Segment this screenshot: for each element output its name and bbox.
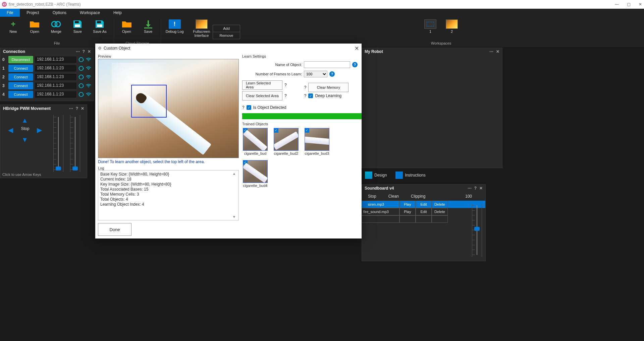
ribbon-saveas[interactable]: Save As — [90, 19, 109, 41]
arrow-left-icon[interactable]: ◀ — [6, 126, 14, 134]
ip-field[interactable]: 192.168.1.1:23 — [35, 73, 77, 81]
disconnect-button[interactable]: Disconnect — [8, 56, 33, 63]
panel-help-icon[interactable]: ? — [474, 186, 477, 191]
volume-slider[interactable] — [472, 203, 482, 257]
refresh-icon[interactable] — [78, 83, 84, 89]
connect-button[interactable]: Connect — [8, 65, 33, 72]
arrow-up-icon[interactable]: ▲ — [21, 116, 29, 124]
connect-button[interactable]: Connect — [8, 73, 33, 81]
ip-field[interactable]: 192.168.1.1:23 — [35, 56, 77, 63]
refresh-icon[interactable] — [78, 91, 84, 97]
instructions-tab[interactable]: Instructions — [392, 169, 429, 181]
panel-menu-icon[interactable]: ⋯ — [468, 186, 472, 191]
stop-button[interactable]: Stop — [17, 126, 33, 133]
connection-panel: Connection⋯?✕ 0 Disconnect 192.168.1.1:2… — [0, 48, 94, 101]
panel-menu-icon[interactable]: ⋯ — [489, 49, 493, 54]
window-title: fire_detection_robot.EZB - ARC (Teams) — [9, 2, 81, 7]
menu-workspace[interactable]: Workspace — [73, 9, 107, 17]
frames-select[interactable]: 100 — [304, 71, 327, 77]
panel-close-icon[interactable]: ✕ — [88, 49, 91, 54]
refresh-icon[interactable] — [78, 65, 84, 71]
ribbon-save[interactable]: Save — [69, 19, 86, 41]
help-icon[interactable]: ? — [304, 93, 307, 98]
ribbon-new[interactable]: +New — [4, 19, 22, 41]
scroll-up-icon[interactable]: ▴ — [233, 171, 238, 176]
add-button[interactable]: Add — [213, 25, 240, 32]
menu-options[interactable]: Options — [46, 9, 73, 17]
learn-area-button[interactable]: Learn Selected Area — [242, 80, 282, 90]
sound-clean[interactable]: Clean — [382, 194, 405, 199]
connect-button[interactable]: Connect — [8, 91, 33, 98]
ribbon-merge[interactable]: Merge — [47, 19, 65, 41]
clear-area-button[interactable]: Clear Selected Area — [242, 91, 282, 100]
selection-box[interactable] — [131, 85, 167, 118]
panel-menu-icon[interactable]: ⋯ — [76, 49, 80, 54]
ribbon-debug[interactable]: !Debug Log — [163, 19, 186, 45]
trained-object[interactable]: ✓cigarette_bud4 — [242, 160, 268, 188]
trained-object[interactable]: ✓cigarette_bud2 — [273, 128, 299, 155]
refresh-icon[interactable] — [78, 57, 84, 63]
ip-field[interactable]: 192.168.1.1:23 — [35, 82, 77, 89]
connect-button[interactable]: Connect — [8, 82, 33, 89]
ip-field[interactable]: 192.168.1.1:23 — [35, 65, 77, 72]
scroll-down-icon[interactable]: ▾ — [233, 214, 238, 219]
design-tab[interactable]: Design — [362, 169, 390, 181]
ip-field[interactable]: 192.168.1.1:23 — [35, 91, 77, 98]
maximize-button[interactable]: ▢ — [627, 2, 631, 7]
speed-slider-left[interactable] — [53, 115, 63, 172]
arrow-right-icon[interactable]: ▶ — [35, 126, 43, 134]
debug-icon: ! — [169, 19, 181, 29]
trained-object[interactable]: ✓cigarette_bud3 — [304, 128, 330, 155]
sound-stop[interactable]: Stop — [362, 194, 382, 199]
panel-help-icon[interactable]: ? — [83, 49, 85, 54]
menu-help[interactable]: Help — [107, 9, 128, 17]
help-icon[interactable]: ? — [242, 105, 245, 110]
wifi-icon[interactable] — [86, 57, 92, 63]
menu-file[interactable]: File — [0, 9, 20, 17]
wifi-icon[interactable] — [86, 91, 92, 97]
refresh-icon[interactable] — [78, 74, 84, 80]
play-button[interactable]: Play — [399, 201, 416, 208]
wifi-icon[interactable] — [86, 83, 92, 89]
edit-button[interactable]: Edit — [416, 201, 432, 208]
object-detected-checkbox[interactable]: ✓ — [247, 105, 251, 110]
close-button[interactable]: ✕ — [639, 2, 642, 7]
panel-close-icon[interactable]: ✕ — [496, 49, 499, 54]
wifi-icon[interactable] — [86, 65, 92, 71]
wifi-icon[interactable] — [86, 74, 92, 80]
ribbon-open[interactable]: Open — [26, 19, 43, 41]
done-button[interactable]: Done — [98, 223, 131, 236]
dialog-close-button[interactable]: ✕ — [355, 45, 359, 52]
panel-help-icon[interactable]: ? — [76, 106, 78, 111]
menu-project[interactable]: Project — [20, 9, 46, 17]
deep-learning-checkbox[interactable]: ✓ — [308, 93, 313, 98]
clear-memory-button[interactable]: Clear Memory — [308, 83, 348, 92]
edit-button[interactable]: Edit — [416, 208, 432, 215]
sound-clipping[interactable]: Clipping — [405, 194, 431, 199]
ribbon-cloud-open[interactable]: Open — [118, 19, 136, 41]
play-button[interactable]: Play — [399, 208, 416, 215]
help-icon[interactable]: ? — [284, 93, 287, 98]
arrow-down-icon[interactable]: ▼ — [21, 136, 29, 144]
workspace-2[interactable]: 2 — [443, 19, 461, 41]
help-icon[interactable]: ? — [304, 85, 307, 90]
workspace-1[interactable]: 1 — [422, 19, 439, 41]
delete-button[interactable]: Delete — [432, 208, 448, 215]
ribbon-cloud-save[interactable]: Save — [140, 19, 157, 41]
preview-image[interactable] — [98, 59, 239, 158]
help-icon[interactable]: ? — [329, 71, 335, 77]
panel-menu-icon[interactable]: ⋯ — [69, 106, 73, 111]
speed-slider-right[interactable] — [70, 115, 80, 172]
panel-close-icon[interactable]: ✕ — [81, 106, 84, 111]
sound-row[interactable]: fire_sound.mp3PlayEditDelete — [350, 208, 485, 215]
minimize-button[interactable]: — — [615, 2, 619, 7]
help-icon[interactable]: ? — [352, 62, 358, 67]
help-icon[interactable]: ? — [284, 83, 287, 87]
sound-row[interactable]: siren.mp3PlayEditDelete — [350, 201, 485, 208]
object-name-input[interactable] — [304, 61, 350, 68]
panel-close-icon[interactable]: ✕ — [479, 186, 483, 191]
ribbon-fullscreen[interactable]: Fullscreen Interface — [191, 19, 213, 45]
remove-button[interactable]: Remove — [213, 32, 240, 39]
delete-button[interactable]: Delete — [432, 201, 448, 208]
trained-object[interactable]: ✓cigarette_bud — [242, 128, 268, 155]
